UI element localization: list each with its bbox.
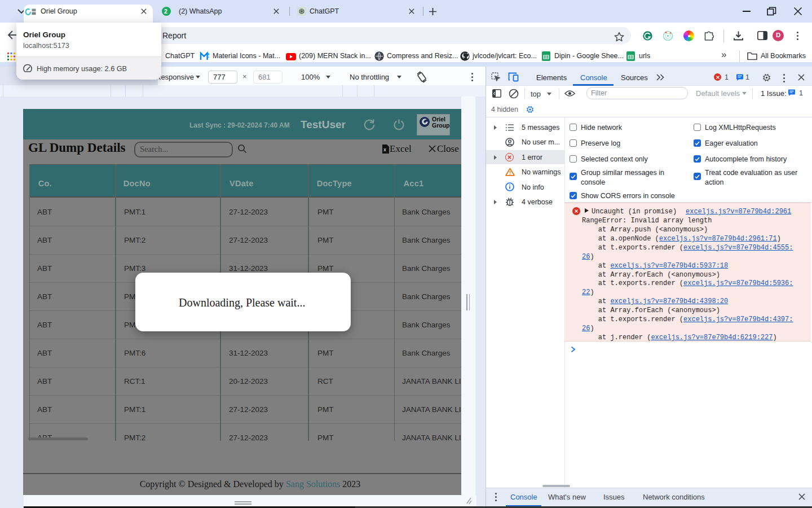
svg-text:x: x: [383, 147, 386, 152]
